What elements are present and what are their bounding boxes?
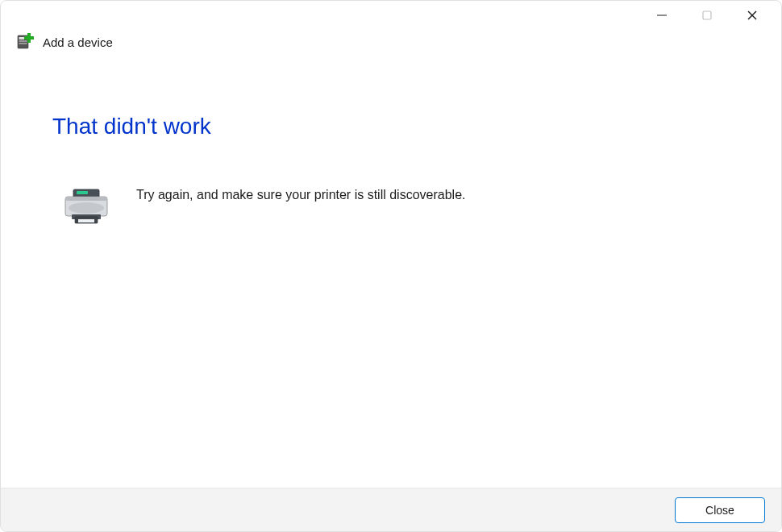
svg-rect-11 bbox=[77, 191, 88, 194]
svg-point-14 bbox=[69, 202, 104, 214]
error-message: Try again, and make sure your printer is… bbox=[136, 186, 465, 202]
svg-rect-17 bbox=[78, 219, 94, 222]
window-close-button[interactable] bbox=[730, 2, 775, 28]
svg-rect-13 bbox=[65, 197, 107, 201]
add-device-icon bbox=[17, 33, 35, 51]
svg-rect-7 bbox=[19, 43, 27, 44]
message-row: Try again, and make sure your printer is… bbox=[52, 186, 730, 227]
maximize-icon bbox=[701, 10, 713, 21]
close-button[interactable]: Close bbox=[675, 497, 765, 523]
dialog-footer: Close bbox=[1, 488, 781, 531]
printer-icon bbox=[62, 188, 110, 227]
svg-rect-6 bbox=[19, 40, 27, 42]
maximize-button[interactable] bbox=[684, 2, 730, 28]
error-heading: That didn't work bbox=[52, 114, 730, 139]
minimize-button[interactable] bbox=[639, 2, 684, 28]
dialog-title: Add a device bbox=[43, 35, 113, 49]
dialog-content: That didn't work Try again, and make sur… bbox=[1, 51, 781, 227]
dialog-header: Add a device bbox=[1, 30, 781, 51]
svg-rect-9 bbox=[24, 36, 34, 39]
minimize-icon bbox=[656, 10, 668, 21]
close-icon bbox=[747, 10, 758, 21]
svg-rect-1 bbox=[703, 11, 711, 19]
window-titlebar bbox=[1, 1, 781, 30]
